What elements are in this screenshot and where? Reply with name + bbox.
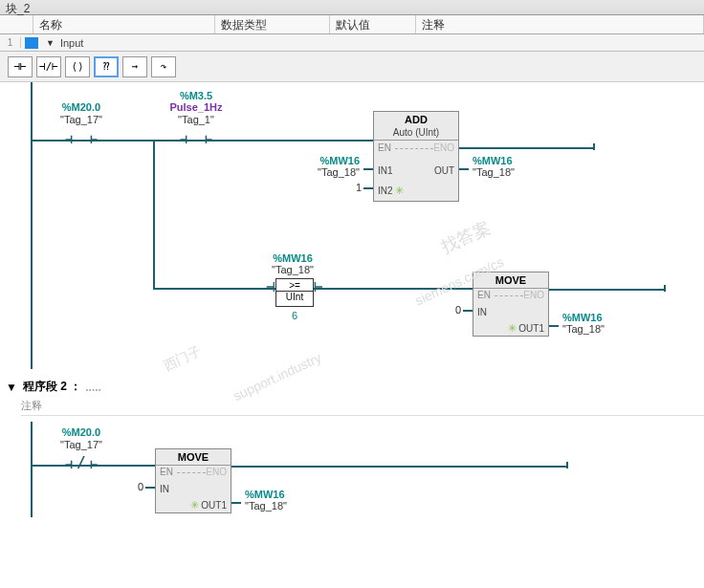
col-name: 名称 bbox=[33, 15, 215, 33]
move2-in-constant[interactable]: 0 bbox=[132, 481, 143, 492]
expand-icon[interactable]: ▼ bbox=[42, 38, 58, 48]
compare-type: UInt bbox=[276, 292, 313, 302]
block-datatype: Auto (UInt) bbox=[374, 127, 458, 141]
wire bbox=[459, 147, 593, 149]
block-title: MOVE bbox=[473, 272, 548, 289]
block-title: MOVE bbox=[156, 449, 231, 466]
row-index: 1 bbox=[0, 37, 21, 48]
network-title-2[interactable]: ▼ 程序段 2 ：..... bbox=[6, 379, 704, 395]
param-icon bbox=[25, 37, 38, 49]
compare-op: >= bbox=[276, 280, 313, 292]
branch-button[interactable]: → bbox=[122, 56, 147, 77]
add-block[interactable]: ADD Auto (UInt) EN ENO IN1 IN2 ✳ OUT bbox=[373, 111, 459, 202]
power-rail bbox=[31, 82, 33, 369]
spark-icon: ✳ bbox=[395, 185, 404, 196]
nc-contact-tag17[interactable]: ⊣ / ⊢ %M20.0 "Tag_17" bbox=[57, 453, 105, 474]
add-out-operand[interactable]: %MW16 "Tag_18" bbox=[473, 155, 549, 178]
power-rail bbox=[31, 422, 33, 517]
pin-eno: ENO bbox=[433, 142, 454, 153]
ladder-toolbar: ⊣⊢ ⊣/⊢ ⟨⟩ ⁇ → ↷ bbox=[0, 52, 704, 82]
branch-close-button[interactable]: ↷ bbox=[151, 56, 176, 77]
pin-eno: ENO bbox=[523, 290, 544, 300]
col-default: 默认值 bbox=[330, 15, 416, 33]
compare-operand[interactable]: %MW16 "Tag_18" bbox=[254, 252, 331, 275]
contact-address: %M20.0 bbox=[33, 426, 129, 438]
pin-en: EN bbox=[160, 467, 173, 477]
contact-tag: "Tag_17" bbox=[33, 114, 129, 125]
col-comment: 注释 bbox=[416, 15, 704, 33]
pin-in: IN bbox=[160, 484, 169, 494]
pin-out: OUT bbox=[434, 165, 454, 176]
contact-address: %M3.5 bbox=[148, 90, 244, 101]
nc-contact-button[interactable]: ⊣/⊢ bbox=[36, 56, 61, 77]
compare-val[interactable]: 6 bbox=[276, 310, 313, 321]
contact-symbol: Pulse_1Hz bbox=[148, 101, 244, 113]
window-title: 块_2 bbox=[0, 0, 704, 15]
pin-out1: ✳ OUT1 bbox=[508, 322, 544, 335]
move-block-1[interactable]: MOVE EN ENO IN ✳ OUT1 bbox=[473, 272, 549, 337]
coil-button[interactable]: ⟨⟩ bbox=[65, 56, 90, 77]
wire bbox=[153, 140, 155, 288]
col-dtype: 数据类型 bbox=[215, 15, 330, 33]
spark-icon: ✳ bbox=[190, 499, 199, 511]
network-comment-2[interactable]: 注释 bbox=[21, 397, 704, 416]
column-headers: 名称 数据类型 默认值 注释 bbox=[0, 15, 704, 34]
add-in1-operand[interactable]: %MW16 "Tag_18" bbox=[287, 155, 360, 178]
contact-tag: "Tag_1" bbox=[148, 114, 244, 125]
add-in2-constant[interactable]: 1 bbox=[348, 182, 362, 193]
pin-in: IN bbox=[477, 307, 487, 317]
pin-in1: IN1 bbox=[378, 165, 393, 176]
pin-en: EN bbox=[477, 290, 491, 300]
interface-row[interactable]: 1 ▼ Input bbox=[0, 34, 704, 52]
compare-ge-block[interactable]: >= UInt 6 bbox=[275, 278, 314, 307]
contact-tag: "Tag_17" bbox=[33, 439, 129, 450]
contact-address: %M20.0 bbox=[33, 101, 129, 113]
canvas[interactable]: ⊣⊢ %M20.0 "Tag_17" ⊣⊢ %M3.5 Pulse_1Hz "T… bbox=[0, 82, 704, 588]
no-contact-tag17[interactable]: ⊣⊢ %M20.0 "Tag_17" bbox=[57, 128, 105, 149]
move2-out-operand[interactable]: %MW16 "Tag_18" bbox=[245, 489, 321, 512]
input-section-label: Input bbox=[58, 37, 83, 49]
no-contact-pulse1hz[interactable]: ⊣⊢ %M3.5 Pulse_1Hz "Tag_1" bbox=[172, 128, 220, 149]
move1-in-constant[interactable]: 0 bbox=[450, 304, 461, 316]
collapse-icon[interactable]: ▼ bbox=[6, 381, 17, 394]
pin-out1: ✳ OUT1 bbox=[190, 499, 227, 512]
empty-box-button[interactable]: ⁇ bbox=[94, 56, 119, 77]
pin-in2: IN2 ✳ bbox=[378, 185, 404, 197]
pin-eno: ENO bbox=[206, 467, 227, 477]
move1-out-operand[interactable]: %MW16 "Tag_18" bbox=[562, 312, 639, 335]
move-block-2[interactable]: MOVE EN ENO IN ✳ OUT1 bbox=[155, 448, 231, 513]
pin-en: EN bbox=[378, 142, 391, 153]
no-contact-button[interactable]: ⊣⊢ bbox=[8, 56, 33, 77]
spark-icon: ✳ bbox=[508, 322, 517, 334]
block-title: ADD bbox=[374, 112, 458, 127]
